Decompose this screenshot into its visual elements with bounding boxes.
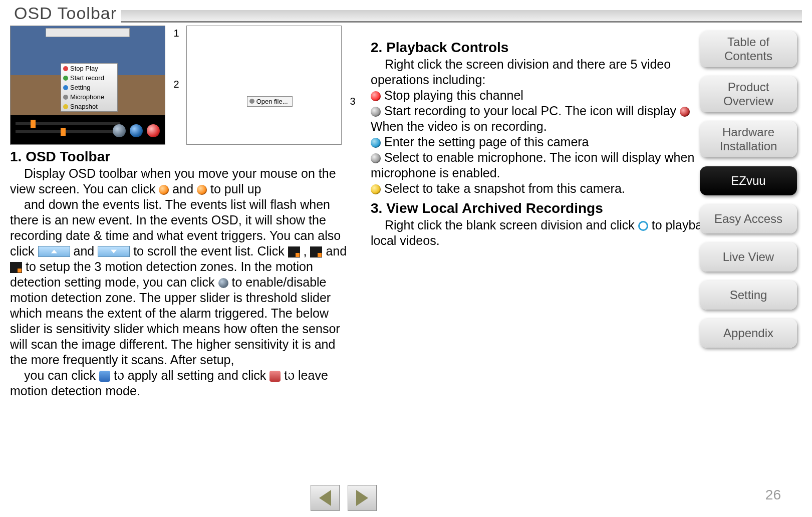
nav-live-view[interactable]: Live View xyxy=(700,242,797,272)
nav-label: Easy Access xyxy=(714,212,782,226)
open-file-menu: Open file... xyxy=(247,96,293,107)
bottom-icons xyxy=(113,124,160,137)
para-1-rest: and down the events list. The events lis… xyxy=(10,197,356,368)
text: to scroll the event list. Click xyxy=(133,244,288,258)
para-3: Right click the blank screen division an… xyxy=(371,217,716,248)
callout-1: 1 xyxy=(173,28,179,39)
section-2-body: Right click the screen division and ther… xyxy=(371,57,716,196)
op-setting: Enter the setting page of this camera xyxy=(371,134,716,150)
text: Right click the blank screen division an… xyxy=(385,218,638,232)
page-title-bar: OSD Toolbar xyxy=(10,0,802,23)
open-file-icon xyxy=(638,221,648,231)
content-area: Stop Play Start record Setting Microphon… xyxy=(0,23,812,399)
nav-label: Live View xyxy=(723,250,774,264)
close-icon xyxy=(147,124,160,137)
stop-icon xyxy=(371,91,381,101)
text: When the video is on recording. xyxy=(371,119,547,133)
up-arrow-icon xyxy=(159,185,169,195)
chevron-right-icon xyxy=(356,490,368,506)
page-title: OSD Toolbar xyxy=(10,4,121,23)
callout-col-2: 3 xyxy=(349,26,356,145)
op-snapshot: Select to take a snapshot from this came… xyxy=(371,181,716,196)
figure-open-file: Open file... xyxy=(186,26,342,145)
text: Start recording to your local PC. The ic… xyxy=(384,104,680,118)
callout-2: 2 xyxy=(173,79,179,90)
callout-3: 3 xyxy=(350,96,355,107)
apply-icon xyxy=(130,124,143,137)
context-menu: Stop Play Start record Setting Microphon… xyxy=(61,63,118,112)
sensitivity-slider xyxy=(16,130,120,133)
callout-col-1: 1 2 xyxy=(172,26,179,145)
open-file-label: Open file... xyxy=(256,98,288,105)
text: , xyxy=(304,244,311,258)
setting-icon xyxy=(371,138,381,148)
op-stop: Stop playing this channel xyxy=(371,88,716,103)
nav-label: Table of Contents xyxy=(704,35,793,63)
sidebar-nav: Table of Contents Product Overview Hardw… xyxy=(700,31,797,357)
menu-label: Setting xyxy=(70,84,90,91)
section-1-heading: 1. OSD Toolbar xyxy=(10,149,356,165)
menu-item-start-record: Start record xyxy=(61,73,117,83)
para-1-end: you can click to apply all setting and c… xyxy=(10,368,356,399)
nav-easy-access[interactable]: Easy Access xyxy=(700,204,797,233)
nav-ezvuu[interactable]: EZvuu xyxy=(700,166,797,195)
page-number: 26 xyxy=(765,487,781,503)
para-1-line1: Display OSD toolbar when you move your m… xyxy=(10,166,356,197)
stop-icon xyxy=(63,66,68,71)
right-column: 2. Playback Controls Right click the scr… xyxy=(371,26,726,399)
recording-active-icon xyxy=(680,107,690,117)
menu-item-snapshot: Snapshot xyxy=(61,102,117,111)
record-icon xyxy=(371,107,381,117)
menu-label: Start record xyxy=(70,74,104,82)
microphone-icon xyxy=(371,153,381,163)
scroll-down-button-icon xyxy=(98,246,130,257)
nav-label: Hardware Installation xyxy=(704,125,793,153)
snapshot-icon xyxy=(371,184,381,194)
text: to apply all setting and click xyxy=(114,368,269,382)
prev-page-button[interactable] xyxy=(311,485,340,511)
next-page-button[interactable] xyxy=(348,485,377,511)
pager xyxy=(311,485,377,511)
nav-label: Setting xyxy=(730,288,767,302)
text: and xyxy=(74,244,98,258)
text: Stop playing this channel xyxy=(384,88,523,102)
chevron-left-icon xyxy=(319,490,331,506)
text: Select to take a snapshot from this came… xyxy=(384,181,625,195)
section-3-heading: 3. View Local Archived Recordings xyxy=(371,200,716,216)
menu-item-microphone: Microphone xyxy=(61,92,117,102)
sliders xyxy=(16,117,120,138)
nav-appendix[interactable]: Appendix xyxy=(700,319,797,348)
op-mic: Select to enable microphone. The icon wi… xyxy=(371,150,716,181)
nav-product-overview[interactable]: Product Overview xyxy=(700,76,797,112)
slider-thumb xyxy=(61,128,66,136)
nav-setting[interactable]: Setting xyxy=(700,281,797,310)
doc-icon xyxy=(249,99,254,104)
record-icon xyxy=(63,76,68,81)
motion-zone-1-icon xyxy=(288,246,300,257)
figure-osd-toolbar: Stop Play Start record Setting Microphon… xyxy=(10,26,165,145)
section-1-body: Display OSD toolbar when you move your m… xyxy=(10,166,356,399)
op-record: Start recording to your local PC. The ic… xyxy=(371,103,716,134)
text: and xyxy=(326,244,347,258)
toggle-zone-icon xyxy=(218,278,228,288)
nav-hardware-installation[interactable]: Hardware Installation xyxy=(700,121,797,157)
nav-label: Appendix xyxy=(723,326,773,340)
text: to pull up xyxy=(210,182,261,196)
text: and xyxy=(172,182,197,196)
left-column: Stop Play Start record Setting Microphon… xyxy=(10,26,371,399)
text: Select to enable microphone. The icon wi… xyxy=(371,150,694,180)
spacer xyxy=(371,26,716,36)
figure-row: Stop Play Start record Setting Microphon… xyxy=(10,26,356,145)
setting-icon xyxy=(63,85,68,90)
threshold-slider xyxy=(16,122,120,125)
mic-icon xyxy=(63,95,68,100)
snapshot-icon xyxy=(63,104,68,109)
scroll-up-button-icon xyxy=(38,246,70,257)
para-2-intro: Right click the screen division and ther… xyxy=(371,57,716,88)
menu-label: Microphone xyxy=(70,93,104,101)
close-x-icon xyxy=(269,371,281,382)
section-2-heading: 2. Playback Controls xyxy=(371,40,716,56)
nav-table-of-contents[interactable]: Table of Contents xyxy=(700,31,797,67)
menu-item-setting: Setting xyxy=(61,83,117,92)
menu-label: Snapshot xyxy=(70,103,98,110)
